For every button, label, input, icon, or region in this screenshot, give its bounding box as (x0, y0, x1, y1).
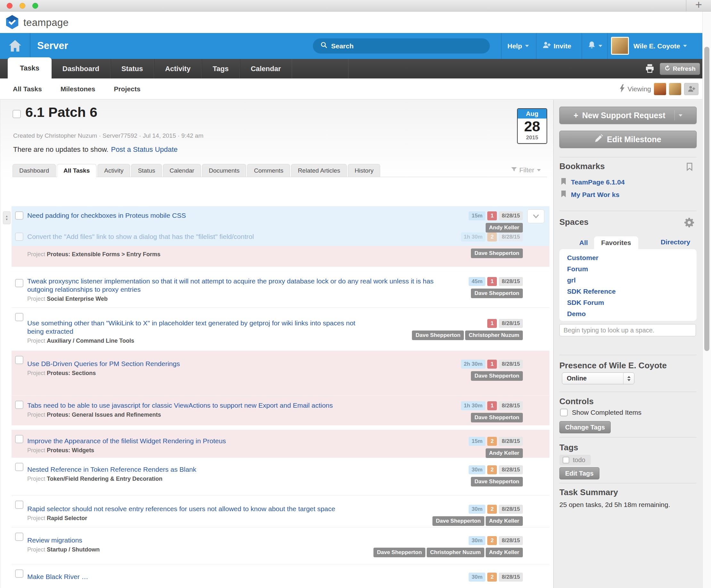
bookmark-outline-icon[interactable] (686, 163, 693, 172)
edit-tags-button[interactable]: Edit Tags (559, 467, 600, 479)
milestone-tab-status[interactable]: Status (131, 164, 162, 177)
minimize-window-button[interactable] (20, 3, 25, 9)
teampage-logo-icon (5, 15, 19, 30)
show-completed-checkbox[interactable] (560, 409, 568, 416)
space-lookup-input[interactable] (559, 324, 696, 336)
space-link[interactable]: SDK Forum (567, 299, 696, 307)
milestone-tab-dashboard[interactable]: Dashboard (13, 164, 56, 177)
space-link[interactable]: SDK Reference (567, 288, 696, 295)
milestone-tab-related-articles[interactable]: Related Articles (291, 164, 347, 177)
priority-badge: 1 (487, 319, 497, 328)
task-title-link[interactable]: Nested Reference in Token Reference Rend… (27, 465, 196, 474)
milestone-tab-documents[interactable]: Documents (202, 164, 246, 177)
milestone-tab-all-tasks[interactable]: All Tasks (57, 164, 96, 177)
task-title-link[interactable]: Convert the "Add files" link to show a d… (27, 232, 254, 241)
tab-status[interactable]: Status (111, 59, 154, 78)
time-estimate-badge: 30m (469, 465, 485, 474)
presence-select[interactable]: Online (562, 372, 634, 384)
teampage-logo[interactable]: teampage (5, 15, 69, 30)
bookmark-link[interactable]: My Part Wor ks (571, 191, 619, 199)
scrollbar-track[interactable] (702, 12, 711, 588)
close-window-button[interactable] (7, 3, 13, 9)
task-badges: 30m28/28/15 (469, 573, 523, 582)
task-title-link[interactable]: Make Black River … (27, 573, 88, 581)
task-checkbox[interactable] (15, 401, 23, 409)
refresh-button[interactable]: Refresh (660, 63, 700, 75)
spaces-tab-directory[interactable]: Directory (661, 238, 690, 246)
tab-dashboard[interactable]: Dashboard (51, 59, 111, 78)
spaces-tab-favorites[interactable]: Favorites (594, 236, 638, 249)
new-tab-button[interactable]: + (686, 0, 711, 11)
task-title-link[interactable]: Review migrations (27, 536, 82, 544)
milestone-tab-comments[interactable]: Comments (247, 164, 290, 177)
user-avatar[interactable] (611, 37, 629, 55)
task-checkbox[interactable] (15, 569, 23, 578)
task-checkbox[interactable] (15, 356, 23, 364)
task-title-link[interactable]: Rapid selector should not resolve entry … (27, 505, 335, 513)
task-title-link[interactable]: Use something other than "WikiLink to X"… (27, 319, 367, 336)
task-checkbox[interactable] (15, 313, 23, 321)
task-row-right: 45m18/28/15Dave Shepperton (469, 277, 523, 298)
task-row-dragging: Convert the "Add files" link to show a d… (27, 232, 550, 242)
due-date-badge: 8/28/15 (499, 360, 523, 369)
spaces-tab-all[interactable]: All (579, 239, 588, 247)
task-checkbox[interactable] (15, 501, 23, 509)
tab-calendar[interactable]: Calendar (240, 59, 292, 78)
task-checkbox[interactable] (15, 533, 23, 541)
task-title-link[interactable]: Tabs need to be able to use javascript f… (27, 401, 333, 410)
task-title-link[interactable]: Need padding for checkboxes in Proteus m… (27, 211, 186, 220)
task-title-link[interactable]: Improve the Appearance of the filelist W… (27, 437, 226, 445)
milestone-checkbox[interactable] (13, 110, 21, 118)
zoom-window-button[interactable] (33, 3, 38, 9)
logo-bar: teampage (0, 12, 711, 33)
task-checkbox[interactable] (15, 435, 23, 443)
space-link[interactable]: Customer (567, 254, 696, 262)
tab-activity[interactable]: Activity (154, 59, 202, 78)
post-status-update-link[interactable]: Post a Status Update (111, 145, 178, 153)
task-row: Rapid selector should not resolve entry … (12, 495, 550, 527)
expand-chevron-button[interactable] (527, 209, 544, 223)
milestone-tab-calendar[interactable]: Calendar (163, 164, 201, 177)
milestone-tab-history[interactable]: History (348, 164, 380, 177)
change-tags-button[interactable]: Change Tags (559, 421, 611, 433)
space-link[interactable]: Forum (567, 265, 696, 273)
task-checkbox[interactable] (15, 279, 23, 287)
task-checkbox[interactable] (15, 232, 23, 241)
task-title-link[interactable]: Tweak proxysync listener implementation … (27, 277, 434, 294)
home-icon[interactable] (8, 39, 22, 53)
bookmark-item[interactable]: My Part Wor ks (561, 190, 625, 199)
space-link[interactable]: grl (567, 276, 696, 284)
subnav-all-tasks[interactable]: All Tasks (13, 85, 42, 93)
add-viewer-button[interactable] (684, 83, 698, 95)
search-input[interactable]: Search (313, 39, 490, 53)
gear-icon[interactable] (684, 218, 694, 229)
task-checkbox[interactable] (15, 463, 23, 471)
subnav-projects[interactable]: Projects (114, 85, 141, 93)
new-support-request-button[interactable]: + New Support Request (559, 107, 696, 124)
calendar-year: 2015 (518, 135, 546, 143)
edit-milestone-button[interactable]: Edit Milestone (559, 131, 696, 148)
task-badges: 30m28/28/15 (469, 536, 523, 545)
bookmark-link[interactable]: TeamPage 6.1.04 (571, 178, 625, 186)
invite-button[interactable]: Invite (542, 33, 571, 59)
tab-tasks[interactable]: Tasks (8, 57, 51, 78)
presence-heading: Presence of Wile E. Coyote (559, 361, 667, 370)
tag-todo-checkbox[interactable] (563, 457, 569, 463)
help-menu[interactable]: Help (508, 33, 529, 59)
user-menu[interactable]: Wile E. Coyote (633, 33, 687, 59)
task-title-link[interactable]: Use DB-Driven Queries for PM Section Ren… (27, 360, 180, 368)
notifications-menu[interactable] (588, 33, 602, 59)
subnav-milestones[interactable]: Milestones (61, 85, 95, 93)
viewer-avatar[interactable] (669, 83, 681, 95)
task-checkbox[interactable] (15, 211, 23, 220)
print-icon[interactable] (645, 64, 654, 75)
tab-tags[interactable]: Tags (202, 59, 240, 78)
space-link[interactable]: Demo (567, 310, 696, 318)
scrollbar-thumb[interactable] (704, 47, 709, 351)
viewer-avatar[interactable] (654, 83, 666, 95)
drag-handle-icon[interactable]: ▲▼ (3, 211, 10, 224)
due-date-calendar-badge: Aug 28 2015 (517, 108, 547, 144)
filter-dropdown[interactable]: Filter (511, 166, 541, 174)
milestone-tab-activity[interactable]: Activity (98, 164, 130, 177)
bookmark-item[interactable]: TeamPage 6.1.04 (561, 178, 625, 186)
